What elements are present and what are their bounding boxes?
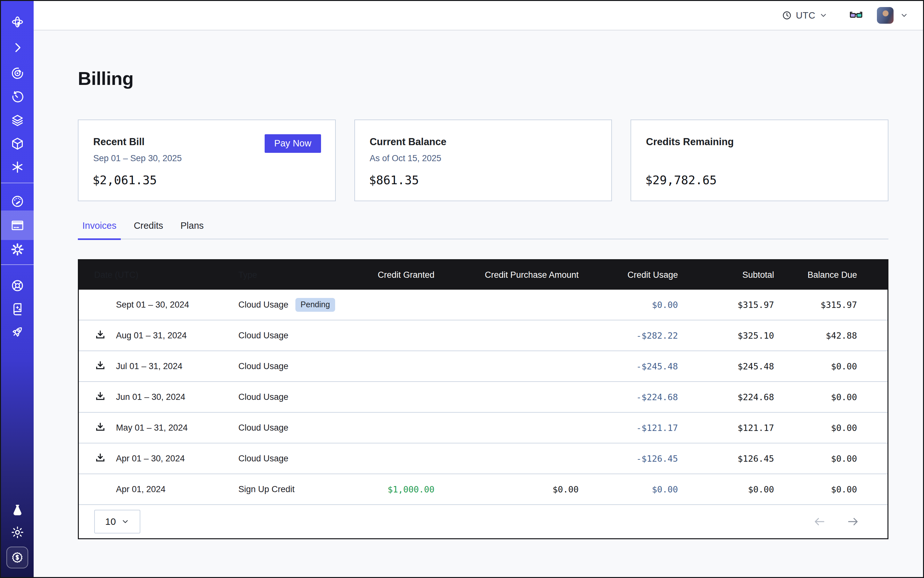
download-icon <box>94 452 106 464</box>
gauge-icon[interactable] <box>1 191 34 211</box>
invoice-type: Cloud Usage <box>223 423 357 433</box>
tab-plans[interactable]: Plans <box>176 220 208 239</box>
credit-usage-value: -$245.48 <box>591 361 691 371</box>
flask-icon[interactable] <box>1 500 34 520</box>
prev-page-arrow-icon[interactable] <box>813 515 826 528</box>
status-badge: Pending <box>296 298 335 312</box>
invoice-type: Cloud Usage <box>223 361 357 371</box>
recent-bill-card: Recent Bill Sep 01 – Sep 30, 2025 $2,061… <box>78 120 336 201</box>
credit-usage-value: -$282.22 <box>591 331 691 341</box>
download-icon <box>94 330 106 341</box>
topbar: UTC <box>34 1 923 31</box>
balance-due-value: $42.88 <box>787 331 887 341</box>
col-credit-purchase: Credit Purchase Amount <box>447 270 591 280</box>
rocket-icon[interactable] <box>1 321 34 342</box>
card-subtitle: As of Oct 15, 2025 <box>370 153 442 163</box>
card-title: Current Balance <box>370 136 446 148</box>
clock-icon <box>782 10 792 21</box>
timezone-selector[interactable]: UTC <box>782 10 828 21</box>
user-menu-chevron-icon[interactable] <box>900 11 908 19</box>
next-page-arrow-icon[interactable] <box>846 515 859 528</box>
table-row: May 01 – 31, 2024 Cloud Usage -$121.17 $… <box>79 413 887 443</box>
subtotal-value: $126.45 <box>691 454 787 464</box>
table-row: Apr 01, 2024 Sign Up Credit $1,000.00 $0… <box>79 474 887 505</box>
current-balance-amount: $861.35 <box>369 173 419 187</box>
invoices-table: Date (UTC) Type Credit Granted Credit Pu… <box>78 259 888 539</box>
download-invoice-button[interactable] <box>94 330 106 341</box>
recent-bill-amount: $2,061.35 <box>93 173 157 187</box>
page-title: Billing <box>78 68 923 89</box>
dollar-badge-icon <box>11 551 24 564</box>
pay-now-button[interactable]: Pay Now <box>265 134 321 153</box>
balance-due-value: $0.00 <box>787 484 887 494</box>
page-size-select[interactable]: 10 <box>94 510 140 533</box>
download-invoice-button[interactable] <box>94 391 106 403</box>
credit-usage-value: $0.00 <box>591 300 691 310</box>
credit-purchase-value: $0.00 <box>447 484 591 494</box>
invoice-type: Cloud Usage <box>239 300 288 310</box>
col-credit-usage: Credit Usage <box>591 270 691 280</box>
balance-due-value: $0.00 <box>787 423 887 433</box>
cube-icon[interactable] <box>1 133 34 154</box>
table-pagination: 10 <box>79 505 887 538</box>
sidebar-item-billing[interactable] <box>1 215 34 235</box>
invoice-date: Apr 01, 2024 <box>116 484 166 494</box>
layers-icon[interactable] <box>1 110 34 130</box>
invoice-date: May 01 – 31, 2024 <box>116 423 188 433</box>
balance-due-value: $0.00 <box>787 361 887 371</box>
gear-icon[interactable] <box>1 239 34 260</box>
credit-usage-value: -$224.68 <box>591 392 691 402</box>
invoice-type: Cloud Usage <box>223 331 357 341</box>
docs-book-icon[interactable] <box>1 298 34 319</box>
invoice-date: Aug 01 – 31, 2024 <box>116 331 187 341</box>
download-icon <box>94 422 106 434</box>
3d-glasses-button[interactable] <box>849 8 864 23</box>
subtotal-value: $121.17 <box>691 423 787 433</box>
col-subtotal: Subtotal <box>691 270 787 280</box>
collapse-chevron-right-icon[interactable] <box>1 37 34 58</box>
asterisk-icon[interactable] <box>1 157 34 177</box>
table-row: Jul 01 – 31, 2024 Cloud Usage -$245.48 $… <box>79 351 887 382</box>
help-wheel-icon[interactable] <box>1 275 34 296</box>
sidebar-divider <box>1 264 34 265</box>
credits-remaining-card: Credits Remaining $29,782.65 <box>630 120 888 201</box>
invoice-date: Jul 01 – 31, 2024 <box>116 361 182 371</box>
sun-icon[interactable] <box>1 522 34 542</box>
timezone-label: UTC <box>796 10 815 21</box>
download-invoice-button[interactable] <box>94 422 106 434</box>
history-timer-icon[interactable] <box>1 87 34 107</box>
orbit-logo-icon[interactable] <box>1 11 34 32</box>
invoice-date: Apr 01 – 30, 2024 <box>116 454 185 464</box>
main-content: Billing Recent Bill Sep 01 – Sep 30, 202… <box>34 31 923 577</box>
3d-glasses-icon <box>849 8 864 23</box>
summary-cards: Recent Bill Sep 01 – Sep 30, 2025 $2,061… <box>78 120 888 201</box>
balance-due-value: $315.97 <box>787 300 887 310</box>
invoice-type: Cloud Usage <box>223 392 357 402</box>
tab-invoices[interactable]: Invoices <box>78 220 121 240</box>
col-credit-granted: Credit Granted <box>357 270 447 280</box>
billing-tabs: Invoices Credits Plans <box>78 220 888 240</box>
card-title: Credits Remaining <box>646 136 734 148</box>
invoice-type: Sign Up Credit <box>223 484 357 494</box>
credit-usage-value: $0.00 <box>591 484 691 494</box>
subtotal-value: $0.00 <box>691 484 787 494</box>
col-type: Type <box>223 270 357 280</box>
page-size-value: 10 <box>105 516 116 527</box>
table-row: Jun 01 – 30, 2024 Cloud Usage -$224.68 $… <box>79 382 887 413</box>
table-row: Sept 01 – 30, 2024 Cloud Usage Pending $… <box>79 290 887 320</box>
col-balance-due: Balance Due <box>787 270 887 280</box>
card-subtitle: Sep 01 – Sep 30, 2025 <box>93 153 182 163</box>
subtotal-value: $325.10 <box>691 331 787 341</box>
tab-credits[interactable]: Credits <box>129 220 167 239</box>
balance-due-value: $0.00 <box>787 392 887 402</box>
balance-due-value: $0.00 <box>787 454 887 464</box>
table-header-row: Date (UTC) Type Credit Granted Credit Pu… <box>79 260 887 290</box>
user-avatar[interactable] <box>877 7 893 24</box>
iris-icon[interactable] <box>1 63 34 83</box>
credits-dollar-badge-button[interactable] <box>6 547 28 568</box>
download-invoice-button[interactable] <box>94 452 106 464</box>
table-row: Aug 01 – 31, 2024 Cloud Usage -$282.22 $… <box>79 320 887 351</box>
table-row: Apr 01 – 30, 2024 Cloud Usage -$126.45 $… <box>79 443 887 474</box>
card-title: Recent Bill <box>93 136 145 148</box>
download-invoice-button[interactable] <box>94 360 106 372</box>
